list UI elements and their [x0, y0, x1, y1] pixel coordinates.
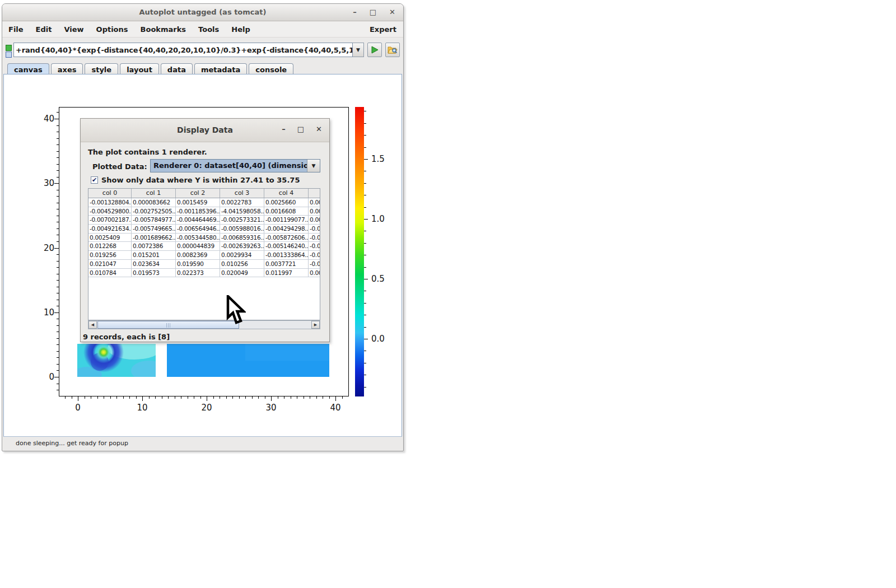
menu-view[interactable]: View — [58, 25, 90, 34]
colorbar-tick — [364, 339, 368, 339]
x-axis-tick — [129, 396, 130, 399]
x-axis-tick-label: 10 — [133, 403, 152, 413]
x-axis-tick — [220, 396, 220, 399]
tab-console[interactable]: console — [249, 63, 293, 75]
menu-edit[interactable]: Edit — [30, 25, 58, 34]
filter-checkbox[interactable]: ✔ — [91, 176, 98, 184]
y-axis-tick-label: 30 — [27, 178, 54, 188]
y-axis-tick — [57, 157, 59, 158]
y-axis-tick — [57, 190, 59, 190]
y-axis-tick — [57, 274, 59, 274]
colorbar-tick — [364, 375, 366, 375]
menu-bookmarks[interactable]: Bookmarks — [134, 25, 193, 34]
x-axis-tick-label: 20 — [197, 403, 216, 413]
tab-canvas[interactable]: canvas — [7, 63, 49, 75]
menu-file[interactable]: File — [2, 25, 30, 34]
x-axis-tick — [85, 396, 85, 399]
table-row[interactable]: 0.0192560.0152010.00823690.0029934-0.001… — [88, 251, 320, 260]
table-cell: -0.002639263... — [220, 242, 264, 251]
tab-data[interactable]: data — [161, 63, 193, 75]
scroll-left-icon[interactable]: ◀ — [88, 321, 97, 329]
chevron-down-icon[interactable]: ▼ — [307, 160, 320, 172]
table-row[interactable]: -0.001328804...0.0000836620.00154590.002… — [88, 198, 320, 207]
x-axis-tick — [194, 396, 194, 399]
table-cell: -0.0 — [309, 234, 320, 242]
tab-metadata[interactable]: metadata — [194, 63, 247, 75]
colorbar-tick — [364, 291, 366, 291]
x-axis-tick — [291, 396, 291, 399]
column-header: col 0 — [88, 189, 132, 198]
menu-help[interactable]: Help — [225, 25, 256, 34]
scroll-right-icon[interactable]: ▶ — [311, 321, 320, 329]
y-axis-tick — [57, 364, 59, 365]
table-cell: -0.005749665... — [132, 225, 176, 234]
uri-input[interactable]: +rand{40,40}*{exp{-distance{40,40,20,20,… — [13, 43, 353, 57]
x-axis-tick — [72, 396, 72, 399]
table-row[interactable]: -0.007002187...-0.005784977...-0.0044644… — [88, 216, 320, 225]
y-axis-tick — [57, 325, 59, 326]
table-cell: -0.006859316... — [220, 234, 264, 242]
window-titlebar[interactable]: Autoplot untagged (as tomcat) – □ ✕ — [2, 4, 403, 21]
y-axis-tick — [57, 293, 59, 293]
chevron-down-icon: ▼ — [356, 47, 360, 53]
plotted-data-label: Plotted Data: — [92, 162, 147, 171]
renderer-summary: The plot contains 1 renderer. — [88, 148, 207, 156]
table-cell: -0.005344580... — [176, 234, 220, 242]
menu-expert[interactable]: Expert — [370, 25, 396, 34]
dialog-minimize-icon[interactable]: – — [282, 125, 286, 133]
x-axis-tick — [162, 396, 162, 399]
scrollbar-thumb[interactable] — [97, 321, 239, 329]
colorbar-tick — [364, 123, 366, 124]
maximize-icon[interactable]: □ — [370, 7, 376, 17]
table-cell: 0.0029934 — [220, 251, 264, 260]
table-cell: -0.001185396... — [176, 207, 220, 216]
colorbar-tick-label: 0.0 — [371, 334, 391, 344]
table-cell: 0.012268 — [88, 242, 132, 251]
y-axis-tick — [57, 332, 59, 332]
app-window: Autoplot untagged (as tomcat) – □ ✕ File… — [2, 3, 404, 451]
x-axis-tick — [91, 396, 91, 399]
table-row[interactable]: 0.0107840.0195730.0223730.0200490.011997… — [88, 269, 320, 278]
dialog-maximize-icon[interactable]: □ — [297, 125, 304, 133]
data-table[interactable]: col 0col 1col 2col 3col 4-0.001328804...… — [88, 188, 320, 320]
x-axis-tick — [310, 396, 310, 399]
y-axis-tick — [57, 390, 59, 390]
y-axis-tick — [57, 241, 59, 242]
minimize-icon[interactable]: – — [353, 7, 357, 17]
status-bar: done sleeping... get ready for popup — [3, 436, 402, 450]
column-header: col 3 — [220, 189, 264, 198]
uri-dropdown-button[interactable]: ▼ — [353, 43, 364, 57]
table-header-row: col 0col 1col 2col 3col 4 — [88, 189, 320, 198]
tab-layout[interactable]: layout — [120, 63, 159, 75]
table-row[interactable]: -0.004921634...-0.005749665...-0.0065649… — [88, 225, 320, 234]
table-cell: -0.005988016... — [220, 225, 264, 234]
dialog-titlebar[interactable]: Display Data – □ ✕ — [81, 119, 329, 142]
uri-toolbar: +rand{40,40}*{exp{-distance{40,40,20,20,… — [2, 38, 403, 63]
colorbar-tick — [364, 231, 366, 231]
table-row[interactable]: -0.004529800...-0.002752505...-0.0011853… — [88, 207, 320, 216]
plot-canvas[interactable]: 0102030400102030400.00.51.01.5 — [3, 74, 402, 438]
table-row[interactable]: 0.0210470.0236340.0195900.0102560.003772… — [88, 260, 320, 269]
column-header: col 4 — [264, 189, 309, 198]
plotted-data-select[interactable]: Renderer 0: dataset[40,40] (dimension...… — [150, 159, 320, 172]
table-horizontal-scrollbar[interactable]: ◀ ▶ — [88, 320, 320, 329]
table-cell: -0.004921634... — [88, 225, 132, 234]
y-axis-tick — [57, 338, 59, 339]
table-cell: -0.001689662... — [132, 234, 176, 242]
table-row[interactable]: 0.0122680.00723860.000044839-0.002639263… — [88, 242, 320, 251]
tab-axes[interactable]: axes — [51, 63, 83, 75]
menu-tools[interactable]: Tools — [192, 25, 225, 34]
dialog-close-icon[interactable]: ✕ — [316, 125, 322, 133]
go-button[interactable] — [367, 43, 382, 57]
close-icon[interactable]: ✕ — [389, 7, 395, 17]
x-axis-tick — [78, 396, 78, 401]
table-cell: 0.0025409 — [88, 234, 132, 242]
table-row[interactable]: 0.0025409-0.001689662...-0.005344580...-… — [88, 234, 320, 242]
inspect-uri-button[interactable] — [385, 43, 400, 57]
table-cell: -0.004529800... — [88, 207, 132, 216]
y-axis-tick — [54, 183, 59, 184]
window-title: Autoplot untagged (as tomcat) — [2, 8, 403, 16]
tab-style[interactable]: style — [85, 63, 118, 75]
menu-options[interactable]: Options — [90, 25, 134, 34]
y-axis-tick — [57, 196, 59, 197]
